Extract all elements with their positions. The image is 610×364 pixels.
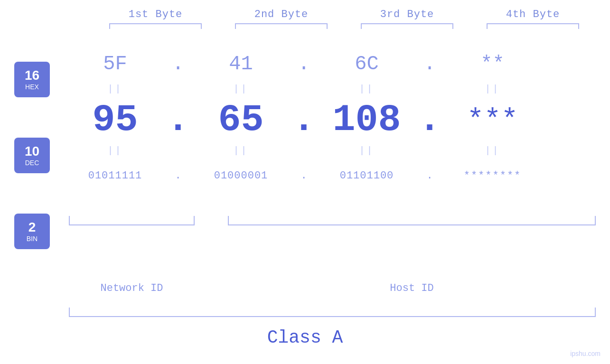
bin-byte-1: 01011111 xyxy=(69,170,161,182)
main-container: 1st Byte 2nd Byte 3rd Byte 4th Byte 16 H… xyxy=(0,0,610,364)
bin-row: 01011111 . 01000001 . 01101100 . *******… xyxy=(69,159,596,192)
byte-headers-row: 1st Byte 2nd Byte 3rd Byte 4th Byte xyxy=(0,0,610,20)
bin-byte-4: ******** xyxy=(446,170,539,182)
data-area: 5F . 41 . 6C . ** || || || || 95 . 65 . … xyxy=(69,47,596,192)
network-id-label: Network ID xyxy=(69,282,195,294)
byte-header-1: 1st Byte xyxy=(93,9,218,20)
hex-dot-3: . xyxy=(413,53,446,75)
byte-header-4: 4th Byte xyxy=(470,9,596,20)
eq-2: || xyxy=(195,84,287,94)
id-labels: Network ID Host ID xyxy=(69,282,596,294)
equals-row-2: || || || || xyxy=(69,142,596,159)
dec-dot-2: . xyxy=(287,98,320,141)
hex-dot-2: . xyxy=(287,53,320,75)
bracket-1 xyxy=(109,23,202,29)
hex-dot-1: . xyxy=(161,53,195,75)
bracket-2 xyxy=(235,23,328,29)
equals-row-1: || || || || xyxy=(69,81,596,97)
eq-6: || xyxy=(195,145,287,156)
byte-header-3: 3rd Byte xyxy=(344,9,470,20)
dec-dot-3: . xyxy=(413,98,446,141)
host-bracket xyxy=(228,216,596,225)
dec-badge: 10 DEC xyxy=(14,138,50,173)
hex-byte-2: 41 xyxy=(195,53,287,75)
bin-dot-3: . xyxy=(413,170,446,182)
bracket-3 xyxy=(361,23,453,29)
hex-byte-4: ** xyxy=(446,53,539,75)
eq-8: || xyxy=(446,145,539,156)
eq-7: || xyxy=(320,145,413,156)
watermark: ipshu.com xyxy=(570,350,601,357)
base-badges: 16 HEX 10 DEC 2 BIN xyxy=(14,62,50,249)
long-bottom-bracket xyxy=(69,308,596,317)
eq-3: || xyxy=(320,84,413,94)
dec-row: 95 . 65 . 108 . *** xyxy=(69,97,596,142)
network-bracket xyxy=(69,216,195,225)
dec-dot-1: . xyxy=(161,98,195,141)
host-id-label: Host ID xyxy=(228,282,596,294)
eq-1: || xyxy=(69,84,161,94)
dec-byte-4: *** xyxy=(446,104,539,136)
eq-5: || xyxy=(69,145,161,156)
hex-byte-3: 6C xyxy=(320,53,413,75)
class-label: Class A xyxy=(0,327,610,348)
bin-dot-1: . xyxy=(161,170,195,182)
byte-header-2: 2nd Byte xyxy=(218,9,344,20)
top-brackets xyxy=(0,23,610,29)
hex-byte-1: 5F xyxy=(69,53,161,75)
bin-dot-2: . xyxy=(287,170,320,182)
dec-byte-2: 65 xyxy=(195,98,287,141)
hex-row: 5F . 41 . 6C . ** xyxy=(69,47,596,81)
bracket-4 xyxy=(487,23,579,29)
hex-badge: 16 HEX xyxy=(14,62,50,97)
bin-badge: 2 BIN xyxy=(14,214,50,249)
bin-byte-2: 01000001 xyxy=(195,170,287,182)
bottom-brackets xyxy=(69,216,596,225)
bin-byte-3: 01101100 xyxy=(320,170,413,182)
eq-4: || xyxy=(446,84,539,94)
dec-byte-3: 108 xyxy=(320,98,413,141)
dec-byte-1: 95 xyxy=(69,98,161,141)
